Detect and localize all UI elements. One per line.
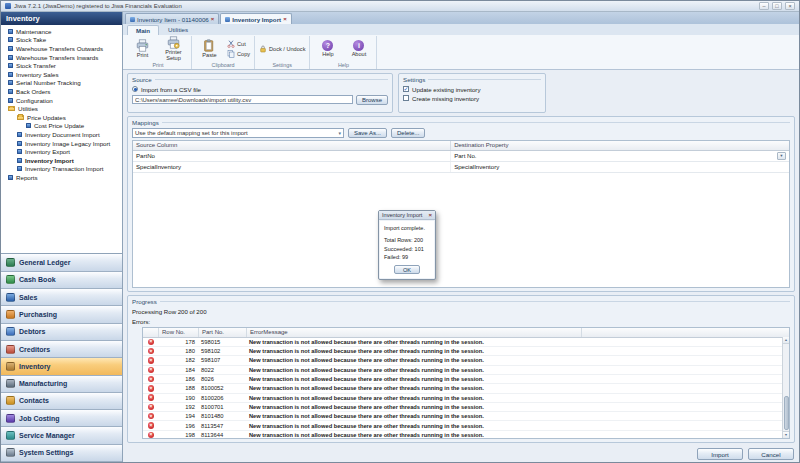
mapping-set-select[interactable]: Use the default mapping set for this imp… [132,128,344,138]
sidebar-item-utilities[interactable]: Utilities [1,104,122,113]
nav-contacts[interactable]: Contacts [1,393,122,410]
error-row[interactable]: ×1948101480New transaction is not allowe… [143,412,789,421]
nav-job-costing[interactable]: Job Costing [1,410,122,427]
sidebar-item-serial-number-tracking[interactable]: Serial Number Tracking [1,79,122,88]
chevron-down-icon[interactable]: ▾ [777,152,786,160]
minimize-button[interactable]: – [759,2,769,10]
csv-radio[interactable] [132,86,138,92]
column-header-error-message[interactable]: ErrorMessage [247,328,582,337]
nav-manufacturing[interactable]: Manufacturing [1,376,122,393]
sales-icon [6,293,15,302]
sidebar-item-inventory-export[interactable]: Inventory Export [1,147,122,156]
error-row-no: 192 [159,403,199,411]
copy-button[interactable]: Copy [227,50,250,58]
mapping-row[interactable]: SpecialInventory SpecialInventory [133,162,789,173]
tab-inventory-item[interactable]: Inventory Item - 01140006 × [125,13,219,24]
module-icon [8,63,13,68]
error-row[interactable]: ×180598102New transaction is not allowed… [143,347,789,356]
error-row[interactable]: ×1888100052New transaction is not allowe… [143,384,789,393]
close-button[interactable]: × [785,2,795,10]
column-header-status[interactable] [143,328,159,337]
vertical-scrollbar[interactable]: ▲ ▼ [782,337,789,438]
update-existing-checkbox[interactable]: ✓ [403,86,409,92]
printer-setup-button[interactable]: Printer Setup [160,36,187,62]
window-controls: – □ × [759,2,795,10]
nav-debtors[interactable]: Debtors [1,324,122,341]
sidebar-item-reports[interactable]: Reports [1,173,122,182]
nav-purchasing[interactable]: Purchasing [1,306,122,323]
error-row[interactable]: ×1868026New transaction is not allowed b… [143,375,789,384]
ribbon-tab-utilities[interactable]: Utilities [160,25,196,35]
maximize-button[interactable]: □ [772,2,782,10]
column-header-destination[interactable]: Destination Property [451,141,789,150]
sidebar-item-cost-price-update[interactable]: Cost Price Update [1,122,122,131]
column-header-part-no[interactable]: Part No. [199,328,247,337]
error-row[interactable]: ×1908100206New transaction is not allowe… [143,394,789,403]
ok-button[interactable]: OK [394,265,420,274]
nav-inventory[interactable]: Inventory [1,358,122,375]
csv-path-input[interactable] [132,95,353,104]
error-part-no: 8100206 [199,394,247,402]
error-icon: × [148,367,155,374]
nav-service-manager[interactable]: Service Manager [1,427,122,444]
dock-undock-button[interactable]: Dock / Undock [259,45,305,53]
tab-close-icon[interactable]: × [211,16,215,22]
sidebar-item-configuration[interactable]: Configuration [1,96,122,105]
error-row[interactable]: ×1988113644New transaction is not allowe… [143,431,789,439]
tab-inventory-import[interactable]: Inventory Import × [220,13,291,24]
sidebar-item-inventory-document-import[interactable]: Inventory Document Import [1,130,122,139]
sidebar-item-inventory-import[interactable]: Inventory Import [1,156,122,165]
error-row[interactable]: ×178598015New transaction is not allowed… [143,338,789,347]
print-button[interactable]: Print [129,39,156,59]
mapping-row[interactable]: PartNo Part No. ▾ [133,151,789,162]
sidebar-item-inventory-image-legacy-import[interactable]: Inventory Image Legacy Import [1,139,122,148]
sidebar-item-inventory-sales[interactable]: Inventory Sales [1,70,122,79]
titlebar: Jiwa 7.2.1 (JiwaDemo) registered to Jiwa… [1,1,799,12]
tab-close-icon[interactable]: × [283,16,287,22]
import-button[interactable]: Import [697,448,743,460]
help-button[interactable]: ? Help [314,40,341,58]
nav-general-ledger[interactable]: General Ledger [1,254,122,271]
nav-creditors[interactable]: Creditors [1,341,122,358]
ribbon-tab-main[interactable]: Main [127,25,159,35]
ribbon-group-help: ? Help i About Help [310,36,377,69]
scroll-down-icon[interactable]: ▼ [783,431,789,438]
dialog-close-icon[interactable]: × [428,212,432,218]
browse-button[interactable]: Browse [356,95,388,105]
mapping-destination-cell[interactable]: Part No. ▾ [451,151,789,161]
error-row[interactable]: ×1848022New transaction is not allowed b… [143,366,789,375]
sidebar-item-warehouse-transfers-inwards[interactable]: Warehouse Transfers Inwards [1,53,122,62]
sidebar-item-stock-transfer[interactable]: Stock Transfer [1,61,122,70]
error-row[interactable]: ×1928100701New transaction is not allowe… [143,403,789,412]
error-icon: × [148,357,155,364]
error-message: New transaction is not allowed because t… [247,338,582,346]
error-row[interactable]: ×1968113547New transaction is not allowe… [143,421,789,430]
scrollbar-thumb[interactable] [784,396,789,430]
errors-grid-header: Row No. Part No. ErrorMessage [143,328,789,338]
sidebar-item-back-orders[interactable]: Back Orders [1,87,122,96]
sidebar-item-maintenance[interactable]: Maintenance [1,27,122,36]
cancel-button[interactable]: Cancel [748,448,794,460]
error-message: New transaction is not allowed because t… [247,403,582,411]
sidebar-item-warehouse-transfers-outwards[interactable]: Warehouse Transfers Outwards [1,44,122,53]
document-icon [225,17,230,22]
mapping-destination-cell[interactable]: SpecialInventory [451,162,789,172]
sidebar-item-price-updates[interactable]: Price Updates [1,113,122,122]
paste-button[interactable]: Paste [196,39,223,59]
sidebar-item-inventory-transaction-import[interactable]: Inventory Transaction Import [1,165,122,174]
nav-system-settings[interactable]: System Settings [1,445,122,462]
sidebar-item-stock-take[interactable]: Stock Take [1,36,122,45]
nav-sales[interactable]: Sales [1,289,122,306]
scroll-up-icon[interactable]: ▲ [783,337,789,344]
save-as-button[interactable]: Save As... [348,128,387,138]
error-row[interactable]: ×182598107New transaction is not allowed… [143,356,789,365]
create-missing-checkbox[interactable]: ✓ [403,95,409,101]
column-header-row-no[interactable]: Row No. [159,328,199,337]
module-icon [8,98,13,103]
cut-button[interactable]: Cut [227,40,250,48]
delete-button[interactable]: Delete... [391,128,425,138]
column-header-source[interactable]: Source Column [133,141,451,150]
nav-cash-book[interactable]: Cash Book [1,272,122,289]
module-icon [8,175,13,180]
about-button[interactable]: i About [345,40,372,58]
